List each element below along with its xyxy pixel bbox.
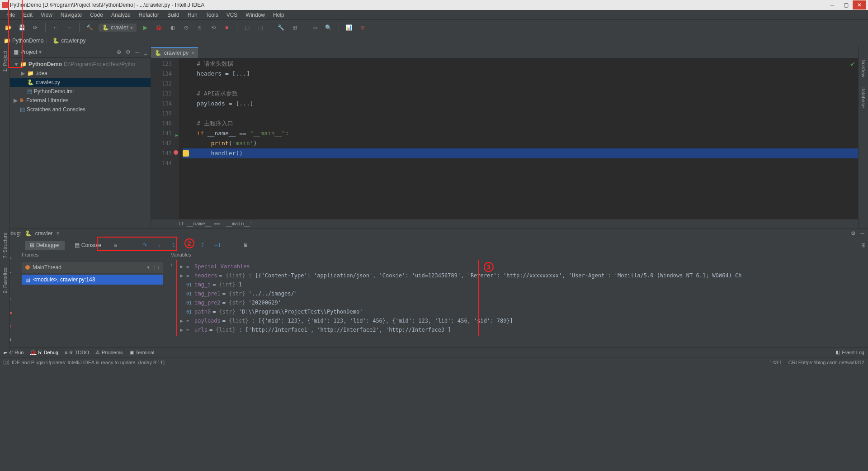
sciview-tab[interactable]: SciView (861, 60, 866, 77)
tool1-icon[interactable]: ⬚ (243, 23, 252, 32)
run-button[interactable]: ▶ (141, 23, 150, 32)
crumb-project[interactable]: PythonDemo (12, 38, 43, 44)
open-icon[interactable]: 📂 (4, 23, 13, 32)
debug-close-icon[interactable]: × (56, 230, 59, 237)
close-button[interactable]: ✕ (853, 0, 866, 10)
bottom-tool-bar: ▶ 4: Run 🐞 5: Debug ≡ 6: TODO ⚠ Problems… (0, 347, 868, 357)
editor-gutter[interactable]: 123124132133134139140141▶142143144 (151, 58, 179, 219)
debug-minimize-icon[interactable]: ─ (860, 230, 864, 237)
title-bar: PythonDemo [D:\Program\ProjectTest\Pytho… (0, 0, 868, 10)
editor-code[interactable]: # 请求头数据 headers = [...] # API请求参数 payloa… (179, 58, 868, 219)
editor-tab[interactable]: 🐍 crawler.py × (151, 47, 198, 58)
ide-icon[interactable]: ▭ (311, 23, 320, 32)
favorites-tab[interactable]: 2: Favorites (2, 267, 8, 293)
status-message: IDE and Plugin Updates: IntelliJ IDEA is… (12, 360, 165, 365)
force-step-into-icon[interactable]: ⤵ (169, 241, 178, 250)
menu-tools[interactable]: Tools (202, 11, 222, 19)
debug-button[interactable]: 🐞 (155, 23, 164, 32)
variable-row[interactable]: ▶≡Special Variables (176, 262, 868, 271)
menu-run[interactable]: Run (184, 11, 201, 19)
crumb-file[interactable]: crawler.py (61, 38, 85, 44)
frames-title: Frames (18, 252, 167, 260)
profile-icon[interactable]: ⊙ (182, 23, 191, 32)
status-icon[interactable]: □ (4, 360, 9, 365)
maximize-button[interactable]: ▢ (839, 0, 853, 10)
thread-selector[interactable]: MainThread ▾ ↑ ↓ (22, 262, 163, 273)
menu-edit[interactable]: Edit (19, 11, 36, 19)
menu-window[interactable]: Window (242, 11, 269, 19)
breadcrumb-bar: 📁 PythonDemo 〉 🐍 crawler.py (0, 35, 868, 46)
menu-view[interactable]: View (37, 11, 56, 19)
collapse-icon[interactable]: ─ (135, 49, 139, 55)
structure-tab[interactable]: 7: Structure (2, 233, 8, 258)
menu-bar: FileEditViewNavigateCodeAnalyzeRefactorB… (0, 10, 868, 20)
variable-row[interactable]: 01img_pre2 = {str} '20200629' (176, 298, 868, 307)
hide-icon[interactable]: ⎯ (144, 49, 147, 55)
step-out-icon[interactable]: ⤴ (198, 241, 207, 250)
variable-row[interactable]: 01img_pre1 = {str} '../../images/' (176, 289, 868, 298)
menu-refactor[interactable]: Refactor (135, 11, 163, 19)
wrench-icon[interactable]: 🔧 (277, 23, 286, 32)
stop2-icon[interactable]: ⟲ (209, 23, 218, 32)
project-tool-tab[interactable]: 1: Project (2, 51, 8, 71)
step-over-icon[interactable]: ↷ (140, 241, 149, 250)
debug-tool-tab[interactable]: 🐞 5: Debug (30, 349, 58, 355)
threads-icon[interactable]: ≡ (111, 241, 120, 250)
save-icon[interactable]: 💾 (17, 23, 26, 32)
menu-build[interactable]: Build (164, 11, 183, 19)
tree-scratches[interactable]: ▤ Scratches and Consoles (10, 105, 151, 114)
debugger-tab[interactable]: ⊞Debugger (25, 241, 65, 250)
variable-row[interactable]: ▶≡payloads = {list} : [{'mid': 123}, {'m… (176, 316, 868, 325)
layout-icon[interactable]: ⊞ (859, 241, 868, 250)
locate-icon[interactable]: ⊕ (117, 49, 121, 55)
menu-analyze[interactable]: Analyze (108, 11, 134, 19)
project-panel: ▦ Project ▾ ⊕ ⚙ ─ ⎯ ▼📁 PythonDemo D:\Pro… (10, 46, 151, 228)
tree-ext-libs[interactable]: ▶⊪ External Libraries (10, 96, 151, 105)
forward-icon[interactable]: → (65, 23, 74, 32)
no-icon[interactable]: ⊘ (358, 23, 367, 32)
minimize-button[interactable]: ─ (826, 0, 839, 10)
inspection-ok-icon: ✔ (850, 61, 855, 68)
menu-file[interactable]: File (3, 11, 19, 19)
debug-gear-icon[interactable]: ⚙ (851, 230, 856, 237)
todo-tool-tab[interactable]: ≡ 6: TODO (65, 349, 89, 355)
tree-root[interactable]: ▼📁 PythonDemo D:\Program\ProjectTest\Pyt… (10, 60, 151, 69)
tab-close-icon[interactable]: × (191, 50, 194, 56)
menu-vcs[interactable]: VCS (223, 11, 241, 19)
step-into-icon[interactable]: ↓ (155, 241, 164, 250)
stop-button[interactable]: ■ (222, 23, 231, 32)
menu-code[interactable]: Code (86, 11, 107, 19)
py-sci-icon[interactable]: 📊 (344, 23, 354, 32)
attach-icon[interactable]: ⎋ (195, 23, 204, 32)
evaluate-icon[interactable]: 🖩 (241, 241, 250, 250)
build-icon[interactable]: 🔨 (85, 23, 94, 32)
menu-navigate[interactable]: Navigate (57, 11, 85, 19)
terminal-tool-tab[interactable]: ▣ Terminal (129, 349, 155, 355)
tree-item-idea[interactable]: ▶📁 .idea (10, 69, 151, 78)
run-to-cursor-icon[interactable]: →I (212, 241, 222, 250)
variable-row[interactable]: ▶≡urls = {list} : ['http://Interface1', … (176, 325, 868, 334)
debug-panel: Debug: 🐍 crawler × ⚙ ─ ⊞Debugger ▤Consol… (0, 228, 868, 347)
tree-item-iml[interactable]: ▤ PythonDemo.iml (10, 87, 151, 96)
refresh-icon[interactable]: ⟳ (31, 23, 40, 32)
run-config-label: crawler (111, 24, 128, 31)
tree-item-crawler[interactable]: 🐍 crawler.py (10, 78, 151, 87)
variable-row[interactable]: 01img_i = {int} 1 (176, 280, 868, 289)
eventlog-tab[interactable]: ◧ Event Log (835, 349, 864, 355)
menu-help[interactable]: Help (269, 11, 288, 19)
variable-row[interactable]: 01path0 = {str} 'D:\\Program\\ProjectTes… (176, 307, 868, 316)
frame-row[interactable]: ▤<module>, crawler.py:143 (22, 275, 163, 285)
main-toolbar: 📂 💾 ⟳ ← → 🔨 🐍 crawler ▾ ▶ 🐞 ◐ ⊙ ⎋ ⟲ ■ ⬚ … (0, 20, 868, 35)
tool2-icon[interactable]: ⬚ (256, 23, 265, 32)
variable-row[interactable]: ▶≡headers = {list} : [{'Content-Type': '… (176, 271, 868, 280)
console-tab[interactable]: ▤Console (70, 241, 106, 250)
back-icon[interactable]: ← (51, 23, 60, 32)
problems-tool-tab[interactable]: ⚠ Problems (95, 349, 123, 355)
gear-icon[interactable]: ⚙ (126, 49, 131, 55)
coverage-icon[interactable]: ◐ (168, 23, 177, 32)
structure-icon[interactable]: ⊞ (290, 23, 299, 32)
search-icon[interactable]: 🔍 (324, 23, 333, 32)
database-tab[interactable]: Database (861, 86, 866, 108)
editor-breadcrumb[interactable]: if __name__ == "__main__" (151, 219, 868, 228)
run-config-selector[interactable]: 🐍 crawler ▾ (99, 24, 137, 32)
